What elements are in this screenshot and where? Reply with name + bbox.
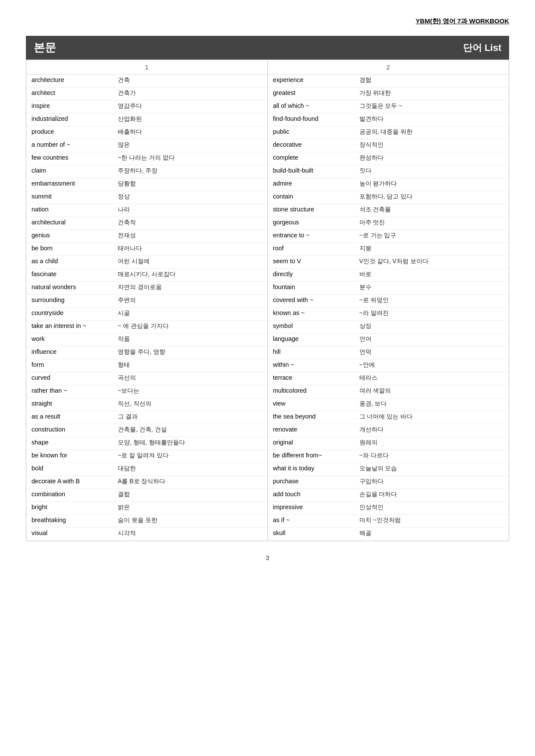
table-row: combination결합 <box>26 489 268 502</box>
header: YBM(한) 영어 7과 WORKBOOK <box>26 17 509 28</box>
word-korean: 태어나다 <box>118 245 142 252</box>
table-row: a number of ~많은 <box>26 139 268 152</box>
word-english: known as ~ <box>273 309 359 316</box>
col1: 1 architecture건축architect건축가inspire영감주다i… <box>26 60 268 541</box>
word-english: gorgeous <box>273 219 359 226</box>
word-korean: 공공의, 대중을 위한 <box>359 128 413 136</box>
word-english: a number of ~ <box>31 141 118 148</box>
table-row: genius전재성 <box>26 230 268 243</box>
table-row: build-built-built짓다 <box>268 165 509 178</box>
word-english: combination <box>31 491 118 498</box>
table-row: covered with ~~로 뒤덮인 <box>268 295 509 308</box>
table-row: all of which ~그것들은 모두 ~ <box>268 101 509 113</box>
word-korean: 자연의 경이로움 <box>118 284 162 291</box>
table-row: natural wonders자연의 경이로움 <box>26 282 268 295</box>
table-row: influence영향을 주다, 영향 <box>26 346 268 359</box>
word-english: within ~ <box>273 361 359 368</box>
word-english: be known for <box>31 452 118 459</box>
word-korean: 영감주다 <box>118 102 142 110</box>
table-row: rather than ~~보다는 <box>26 385 268 398</box>
table-row: known as ~~라 알려진 <box>268 308 509 321</box>
table-row: greatest가장 위대한 <box>268 88 509 101</box>
word-english: purchase <box>273 478 359 485</box>
word-korean: 작품 <box>118 335 130 343</box>
word-english: few countries <box>31 154 118 161</box>
word-english: public <box>273 128 359 135</box>
word-english: decorate A with B <box>31 478 118 485</box>
word-korean: 테라스 <box>359 374 378 382</box>
table-row: architect건축가 <box>26 88 268 101</box>
word-korean: 그 너머에 있는 바다 <box>359 413 413 421</box>
word-english: visual <box>31 529 118 536</box>
table-row: impressive인상적인 <box>268 502 509 515</box>
word-korean: 숨이 못을 듯한 <box>118 517 157 524</box>
word-korean: 모양, 형태, 형태를만들다 <box>118 439 185 447</box>
word-korean: 원래의 <box>359 439 378 447</box>
word-english: natural wonders <box>31 284 118 290</box>
table-row: be born태어나다 <box>26 243 268 256</box>
table-row: gorgeous아주 멋진 <box>268 217 509 230</box>
word-english: multicolored <box>273 387 359 394</box>
table-row: add touch손길을 더하다 <box>268 489 509 502</box>
word-korean: ~로 가는 입구 <box>359 232 397 239</box>
word-korean: 결합 <box>118 491 130 498</box>
table-row: decorate A with BA를 B로 장식하다 <box>26 476 268 489</box>
word-english: bold <box>31 465 118 472</box>
col2-words: experience경험greatest가장 위대한all of which ~… <box>268 75 509 541</box>
word-korean: 곡선의 <box>118 374 136 382</box>
word-korean: ~라 알려진 <box>359 309 389 317</box>
table-row: seem to VV인것 같다, V처럼 보이다 <box>268 256 509 269</box>
section-title-bar: 본문 단어 List <box>26 36 509 60</box>
word-english: build-built-built <box>273 167 359 174</box>
word-english: directly <box>273 271 359 277</box>
word-english: work <box>31 335 118 342</box>
table-row: decorative장식적인 <box>268 139 509 152</box>
word-english: original <box>273 439 359 446</box>
word-korean: 아주 멋진 <box>359 219 385 227</box>
word-english: nation <box>31 206 118 213</box>
table-row: architectural건축적 <box>26 217 268 230</box>
word-english: admire <box>273 180 359 187</box>
col1-header: 1 <box>26 60 268 75</box>
word-korean: 그것들은 모두 ~ <box>359 102 403 110</box>
word-english: influence <box>31 348 118 355</box>
table-row: language언어 <box>268 334 509 346</box>
content-area: 1 architecture건축architect건축가inspire영감주다i… <box>26 60 509 541</box>
table-row: be known for~로 잘 알려져 있다 <box>26 450 268 463</box>
word-english: decorative <box>273 141 359 148</box>
word-english: fascinate <box>31 271 118 277</box>
word-korean: ~와 다르다 <box>359 452 389 460</box>
word-korean: 주장하다, 주장 <box>118 167 157 175</box>
word-english: renovate <box>273 426 359 433</box>
table-row: terrace테라스 <box>268 372 509 385</box>
table-row: directly바로 <box>268 269 509 282</box>
word-english: be different from~ <box>273 452 359 459</box>
word-korean: 완성하다 <box>359 154 384 162</box>
table-row: produce배출하다 <box>26 126 268 139</box>
word-english: curved <box>31 374 118 381</box>
table-row: breathtaking숨이 못을 듯한 <box>26 515 268 528</box>
word-english: architecture <box>31 76 118 83</box>
table-row: nation나라 <box>26 204 268 217</box>
word-korean: 건축적 <box>118 219 136 227</box>
table-row: admire높이 평가하다 <box>268 178 509 191</box>
word-korean: 풍경, 보다 <box>359 400 387 408</box>
word-english: fountain <box>273 284 359 290</box>
table-row: form형태 <box>26 359 268 372</box>
table-row: shape모양, 형태, 형태를만들다 <box>26 437 268 450</box>
word-english: roof <box>273 245 359 252</box>
word-english: language <box>273 335 359 342</box>
table-row: purchase구입하다 <box>268 476 509 489</box>
word-korean: 전재성 <box>118 232 136 239</box>
table-row: inspire영감주다 <box>26 101 268 113</box>
word-english: entrance to ~ <box>273 232 359 239</box>
word-korean: 분수 <box>359 284 371 291</box>
table-row: hill언덕 <box>268 346 509 359</box>
word-english: straight <box>31 400 118 407</box>
table-row: as a result그 결과 <box>26 411 268 424</box>
word-korean: 포함하다, 담고 있다 <box>359 193 413 201</box>
word-korean: V인것 같다, V처럼 보이다 <box>359 258 428 265</box>
table-row: view풍경, 보다 <box>268 398 509 411</box>
word-english: hill <box>273 348 359 355</box>
table-row: take an interest in ~~ 에 관심을 가지다 <box>26 321 268 334</box>
